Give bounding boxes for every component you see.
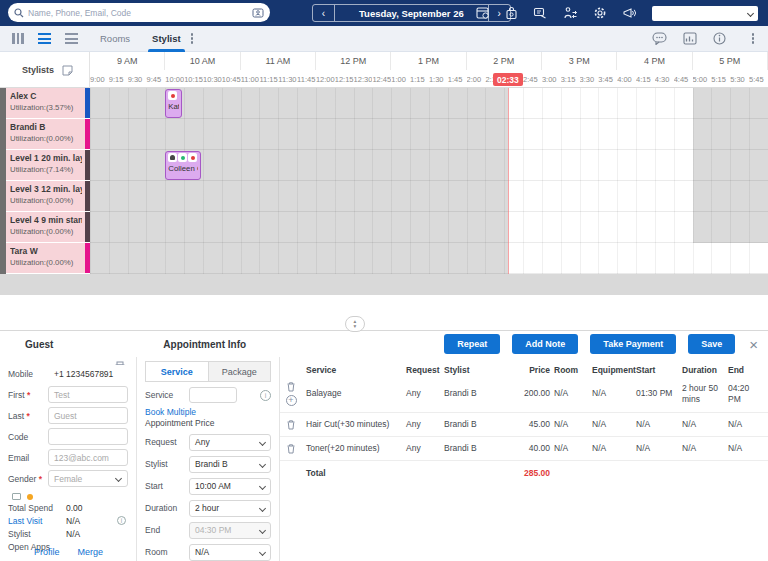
service-form-select[interactable]: N/A	[189, 544, 271, 561]
tick-label: 11:00	[241, 70, 260, 88]
guest-field: Mobile +1 1234567891	[8, 365, 128, 382]
hour-label: 11 AM	[241, 52, 316, 70]
service-form-field: End 04:30 PM	[145, 522, 271, 539]
columns-view-icon[interactable]	[12, 33, 24, 44]
pos-bag-icon[interactable]	[505, 6, 518, 20]
stylist-row[interactable]: Level 3 12 min. laydown Utilization:(0.0…	[6, 181, 90, 212]
tick-label: 10:15	[184, 70, 203, 88]
reports-icon[interactable]	[683, 32, 697, 45]
tick-label: 4:15	[636, 70, 655, 88]
appointment-block[interactable]: Colleen G	[165, 151, 201, 180]
guest-field-input[interactable]	[48, 428, 128, 445]
list-view-active-icon[interactable]	[38, 33, 51, 44]
view-toolbar: RoomsStylist	[0, 26, 768, 52]
delete-service-icon[interactable]	[286, 443, 296, 454]
info-icon[interactable]	[713, 32, 726, 45]
guest-link[interactable]: Profile	[34, 547, 60, 557]
guest-field-input[interactable]: Female	[48, 470, 128, 487]
chat-icon[interactable]	[652, 32, 667, 45]
service-form-field-label: Stylist	[145, 459, 189, 469]
guest-field-input[interactable]: +1 1234567891	[48, 365, 128, 382]
tick-label: 5:30	[730, 70, 749, 88]
closed-hours-block	[693, 88, 768, 243]
cash-register-icon[interactable]	[533, 6, 548, 20]
agenda-view-icon[interactable]	[65, 33, 78, 44]
delete-service-icon[interactable]	[286, 419, 296, 430]
column-header: Price	[510, 365, 554, 375]
appointment-calendar-icon[interactable]	[476, 6, 490, 20]
guest-field: Gender Female	[8, 470, 128, 487]
scan-card-icon[interactable]	[252, 7, 264, 18]
stylist-row[interactable]: Alex C Utilization:(3.57%)	[6, 88, 90, 119]
tick-label: 10:00	[165, 70, 184, 88]
close-panel-icon[interactable]: ×	[749, 336, 758, 353]
schedule-grid[interactable]: Alex C Utilization:(3.57%) Brandi B Util…	[0, 88, 768, 295]
note-icon[interactable]	[62, 65, 73, 76]
guest-field-input[interactable]: Guest	[48, 407, 128, 424]
appointment-block[interactable]: Kath	[165, 89, 182, 118]
location-select[interactable]	[652, 6, 758, 21]
guest-summary-label: Stylist	[8, 529, 66, 539]
delete-service-icon[interactable]	[286, 381, 296, 392]
service-form-tab[interactable]: Service	[146, 362, 209, 381]
service-form-select[interactable]: 2 hour	[189, 500, 271, 517]
stylist-name: Alex C	[10, 91, 82, 101]
tick-label: 1:15	[410, 70, 429, 88]
stylist-row[interactable]: Level 4 9 min stand-up Utilization:(0.00…	[6, 212, 90, 243]
cell-start: N/A	[636, 419, 682, 430]
stylist-row[interactable]: Brandi B Utilization:(0.00%)	[6, 119, 90, 150]
action-button[interactable]: Save	[688, 334, 735, 354]
service-form-field: Room N/A	[145, 544, 271, 561]
column-header: Room	[554, 365, 592, 375]
tab-more-icon[interactable]	[191, 33, 194, 44]
guest-section-title: Guest	[25, 339, 53, 350]
timeline-header: Stylists 9 AM10 AM11 AM12 PM1 PM2 PM3 PM…	[0, 52, 768, 88]
stylist-name: Level 3 12 min. laydown	[10, 184, 82, 194]
service-form-field-label: Start	[145, 481, 189, 491]
service-row[interactable]: + Balayage Any Brandi B 200.00 N/A N/A 0…	[280, 375, 768, 412]
service-form-tab[interactable]: Package	[209, 362, 271, 381]
service-form-select[interactable]: 04:30 PM	[189, 522, 271, 539]
action-button[interactable]: Add Note	[512, 334, 578, 354]
service-package-tabs: ServicePackage	[145, 361, 271, 382]
guest-form: Mobile +1 1234567891 First Test Last Gue…	[0, 357, 137, 561]
cell-service: Toner(+20 minutes)	[306, 443, 406, 454]
stylist-color-bar	[85, 243, 90, 273]
cell-equipment: N/A	[592, 388, 636, 399]
search-input[interactable]	[28, 8, 252, 18]
settings-icon[interactable]	[593, 6, 607, 20]
view-tab[interactable]: Rooms	[100, 26, 130, 52]
service-name-input[interactable]	[189, 387, 237, 403]
panel-resize-handle[interactable]: ▴▾	[345, 316, 365, 332]
book-multiple-link[interactable]: Book Multiple	[145, 407, 271, 417]
info-icon[interactable]: i	[117, 516, 126, 525]
appointment-guest-name: Kath	[168, 102, 179, 111]
guest-search[interactable]	[8, 3, 270, 22]
prev-day-button[interactable]: ‹	[313, 5, 335, 21]
stylist-utilization: Utilization:(0.00%)	[10, 227, 82, 236]
stylist-row[interactable]: Tara W Utilization:(0.00%)	[6, 243, 90, 274]
service-info-icon[interactable]: i	[260, 390, 271, 401]
more-icon[interactable]	[752, 33, 755, 44]
announcement-icon[interactable]	[622, 6, 637, 20]
stylist-utilization: Utilization:(3.57%)	[10, 103, 82, 112]
service-row[interactable]: + Toner(+20 minutes) Any Brandi B 40.00 …	[280, 436, 768, 460]
view-tab[interactable]: Stylist	[152, 26, 181, 52]
membership-icon	[12, 493, 21, 500]
service-form-select[interactable]: Any	[189, 434, 271, 451]
guest-field-input[interactable]: 123@abc.com	[48, 449, 128, 466]
guest-field-input[interactable]: Test	[48, 386, 128, 403]
current-date-label[interactable]: Tuesday, September 26	[335, 8, 488, 19]
add-addon-icon[interactable]: +	[286, 395, 297, 406]
guest-link[interactable]: Merge	[78, 547, 104, 557]
walk-in-icon[interactable]	[563, 6, 578, 20]
stylists-column-header: Stylists	[0, 52, 90, 88]
service-form-select[interactable]: 10:00 AM	[189, 478, 271, 495]
service-form-select[interactable]: Brandi B	[189, 456, 271, 473]
action-button[interactable]: Repeat	[444, 334, 500, 354]
action-button[interactable]: Take Payment	[590, 334, 676, 354]
tick-label: 1:30	[429, 70, 448, 88]
stylist-row[interactable]: Level 1 20 min. laydown Utilization:(7.1…	[6, 150, 90, 181]
service-row[interactable]: + Hair Cut(+30 minutes) Any Brandi B 45.…	[280, 412, 768, 436]
cell-start: 01:30 PM	[636, 388, 682, 399]
